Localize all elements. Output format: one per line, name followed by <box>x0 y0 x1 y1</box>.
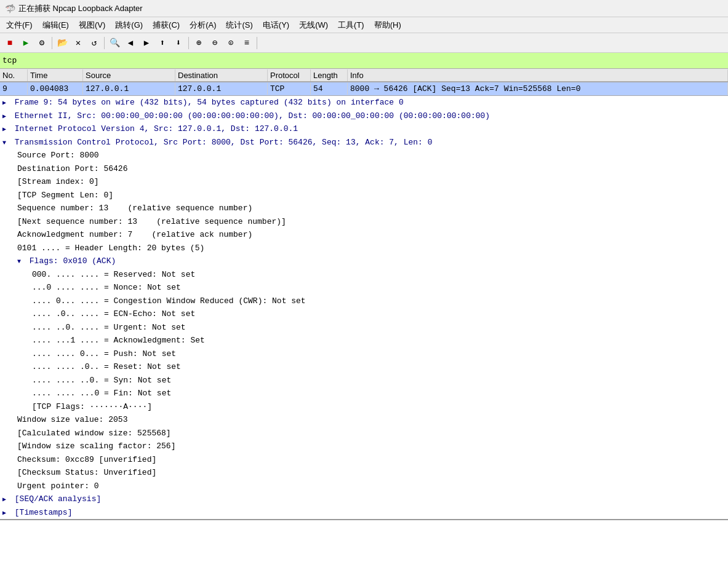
tcp-flag-fin: .... .... ...0 = Fin: Not set <box>0 387 728 400</box>
tcp-checksum: Checksum: 0xcc89 [unverified] <box>0 453 728 467</box>
packet-info: 8000 → 56426 [ACK] Seq=13 Ack=7 Win=5255… <box>348 83 728 95</box>
tcp-src-port: Source Port: 8000 <box>0 149 728 162</box>
col-header-length: Length <box>311 69 348 81</box>
jump-up-button[interactable]: ⬆ <box>155 36 170 50</box>
toolbar: ■ ▶ ⚙ 📂 ✕ ↺ 🔍 ◀ ▶ ⬆ ⬇ ⊕ ⊖ ⊙ ≡ <box>0 33 728 53</box>
tcp-checksum-status: [Checksum Status: Unverified] <box>0 466 728 480</box>
menu-item-menu-help[interactable]: 帮助(H) <box>369 18 406 32</box>
tcp-window-scale: [Window size scaling factor: 256] <box>0 440 728 453</box>
tcp-seg-len: [TCP Segment Len: 0] <box>0 189 728 202</box>
ethernet-label: Ethernet II, Src: 00:00:00_00:00:00 (00:… <box>15 111 490 121</box>
ip-label: Internet Protocol Version 4, Src: 127.0.… <box>15 124 298 133</box>
menu-item-menu-file[interactable]: 文件(F) <box>1 18 38 32</box>
menu-item-menu-capture[interactable]: 捕获(C) <box>148 18 185 32</box>
tcp-seq-num: Sequence number: 13 (relative sequence n… <box>0 202 728 215</box>
menu-item-menu-stats[interactable]: 统计(S) <box>221 18 257 32</box>
find-button[interactable]: 🔍 <box>107 36 122 50</box>
stop-capture-button[interactable]: ■ <box>2 36 17 50</box>
next-button[interactable]: ▶ <box>139 36 154 50</box>
title-text: 正在捕获 Npcap Loopback Adapter <box>18 3 143 14</box>
col-header-time: Time <box>28 69 83 81</box>
tcp-flag-urgent: .... ..0. .... = Urgent: Not set <box>0 321 728 335</box>
tcp-flag-reserved: 000. .... .... = Reserved: Not set <box>0 268 728 282</box>
tcp-calc-window: [Calculated window size: 525568] <box>0 427 728 440</box>
zoom-normal-button[interactable]: ⊙ <box>223 36 238 50</box>
timestamps-label: [Timestamps] <box>15 508 73 517</box>
tcp-urgent-ptr: Urgent pointer: 0 <box>0 480 728 493</box>
timestamps-section[interactable]: ▶ [Timestamps] <box>0 506 728 520</box>
tcp-window-val: Window size value: 2053 <box>0 413 728 427</box>
tcp-ack-num: Acknowledgment number: 7 (relative ack n… <box>0 228 728 242</box>
col-header-source: Source <box>83 69 175 81</box>
tcp-stream-idx: [Stream index: 0] <box>0 175 728 189</box>
col-header-dest: Destination <box>175 69 268 81</box>
menu-bar: 文件(F)编辑(E)视图(V)跳转(G)捕获(C)分析(A)统计(S)电话(Y)… <box>0 17 728 33</box>
frame-label: Frame 9: 54 bytes on wire (432 bits), 54… <box>15 98 404 107</box>
filter-input[interactable] <box>2 56 726 65</box>
start-capture-button[interactable]: ▶ <box>18 36 33 50</box>
menu-item-menu-telephony[interactable]: 电话(Y) <box>258 18 294 32</box>
tcp-expand-arrow[interactable]: ▼ <box>2 138 10 148</box>
menu-item-menu-view[interactable]: 视图(V) <box>74 18 110 32</box>
menu-item-menu-go[interactable]: 跳转(G) <box>110 18 148 32</box>
tcp-flag-ecn: .... .0.. .... = ECN-Echo: Not set <box>0 307 728 321</box>
tcp-flags-section[interactable]: ▼ Flags: 0x010 (ACK) <box>0 255 728 268</box>
tcp-next-seq: [Next sequence number: 13 (relative sequ… <box>0 215 728 229</box>
packet-destination: 127.0.0.1 <box>175 83 268 95</box>
title-bar: 🦈 正在捕获 Npcap Loopback Adapter <box>0 0 728 17</box>
close-file-button[interactable]: ✕ <box>71 36 86 50</box>
reload-button[interactable]: ↺ <box>87 36 102 50</box>
packet-source: 127.0.0.1 <box>83 83 175 95</box>
frame-expand-arrow[interactable]: ▶ <box>2 98 10 108</box>
tcp-flag-reset: .... .... .0.. = Reset: Not set <box>0 360 728 374</box>
menu-item-menu-tools[interactable]: 工具(T) <box>333 18 369 32</box>
tcp-section-header[interactable]: ▼ Transmission Control Protocol, Src Por… <box>0 136 728 149</box>
tcp-header-len: 0101 .... = Header Length: 20 bytes (5) <box>0 242 728 255</box>
col-header-protocol: Protocol <box>268 69 311 81</box>
timestamps-expand-arrow[interactable]: ▶ <box>2 509 10 518</box>
app-icon: 🦈 <box>5 4 15 14</box>
col-header-no: No. <box>0 69 28 81</box>
sep2 <box>104 37 105 49</box>
zoom-out-button[interactable]: ⊖ <box>207 36 222 50</box>
prev-button[interactable]: ◀ <box>123 36 138 50</box>
open-file-button[interactable]: 📂 <box>55 36 70 50</box>
tcp-dst-port: Destination Port: 56426 <box>0 162 728 176</box>
menu-item-menu-analyze[interactable]: 分析(A) <box>185 18 221 32</box>
options-button[interactable]: ⚙ <box>34 36 49 50</box>
tcp-flag-syn: .... .... ..0. = Syn: Not set <box>0 374 728 387</box>
sep4 <box>257 37 257 49</box>
menu-item-menu-edit[interactable]: 编辑(E) <box>38 18 74 32</box>
seq-ack-expand-arrow[interactable]: ▶ <box>2 495 10 504</box>
sep3 <box>188 37 189 49</box>
menu-item-menu-wireless[interactable]: 无线(W) <box>294 18 333 32</box>
ethernet-expand-arrow[interactable]: ▶ <box>2 112 10 121</box>
seq-ack-section[interactable]: ▶ [SEQ/ACK analysis] <box>0 493 728 506</box>
filter-bar <box>0 53 728 69</box>
tcp-flag-cwr: .... 0... .... = Congestion Window Reduc… <box>0 295 728 308</box>
packet-list-header: No. Time Source Destination Protocol Len… <box>0 69 728 82</box>
resize-cols-button[interactable]: ≡ <box>239 36 254 50</box>
jump-down-button[interactable]: ⬇ <box>171 36 186 50</box>
frame-section[interactable]: ▶ Frame 9: 54 bytes on wire (432 bits), … <box>0 96 728 109</box>
col-header-info: Info <box>348 69 728 81</box>
tcp-flags-summary: [TCP Flags: ·······A····] <box>0 400 728 414</box>
zoom-in-button[interactable]: ⊕ <box>191 36 206 50</box>
ip-section[interactable]: ▶ Internet Protocol Version 4, Src: 127.… <box>0 122 728 136</box>
tcp-flags-label: Flags: 0x010 (ACK) <box>30 256 116 266</box>
packet-time: 0.004083 <box>28 83 83 95</box>
tcp-label: Transmission Control Protocol, Src Port:… <box>15 138 433 147</box>
tcp-flag-push: .... .... 0... = Push: Not set <box>0 347 728 361</box>
packet-detail: ▶ Frame 9: 54 bytes on wire (432 bits), … <box>0 96 728 520</box>
packet-no: 9 <box>0 83 28 95</box>
packet-protocol: TCP <box>268 83 311 95</box>
ip-expand-arrow[interactable]: ▶ <box>2 125 10 134</box>
ethernet-section[interactable]: ▶ Ethernet II, Src: 00:00:00_00:00:00 (0… <box>0 109 728 123</box>
packet-length: 54 <box>311 83 348 95</box>
tcp-flag-ack: .... ...1 .... = Acknowledgment: Set <box>0 334 728 347</box>
sep1 <box>52 37 52 49</box>
packet-row[interactable]: 9 0.004083 127.0.0.1 127.0.0.1 TCP 54 80… <box>0 82 728 96</box>
tcp-flag-nonce: ...0 .... .... = Nonce: Not set <box>0 281 728 295</box>
seq-ack-label: [SEQ/ACK analysis] <box>15 494 101 504</box>
flags-expand-arrow[interactable]: ▼ <box>17 257 25 266</box>
